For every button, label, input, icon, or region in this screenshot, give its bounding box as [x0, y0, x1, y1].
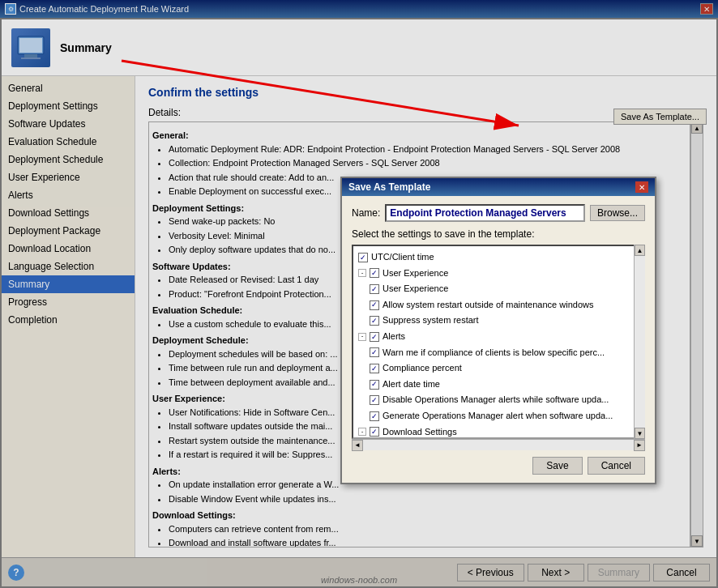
tree-item-generate-om: Generate Operations Manager alert when s…: [357, 408, 640, 424]
dialog-name-input[interactable]: [385, 204, 585, 222]
tree-item-allow-restart: Allow system restart outside of maintena…: [357, 297, 640, 313]
horiz-scroll-right-button[interactable]: ►: [634, 440, 645, 451]
tree-scrollbar-horiz: ◄ ►: [352, 439, 645, 450]
checkbox-warn[interactable]: [370, 347, 379, 357]
tree-item-warn: Warn me if compliance of clients is belo…: [357, 345, 640, 361]
dialog-browse-button[interactable]: Browse...: [590, 205, 645, 221]
tree-label-warn: Warn me if compliance of clients is belo…: [383, 346, 605, 360]
tree-label-generate-om: Generate Operations Manager alert when s…: [383, 409, 613, 424]
dialog-cancel-button[interactable]: Cancel: [588, 457, 645, 475]
tree-label-suppress-restart: Suppress system restart: [383, 313, 479, 328]
horiz-scroll-left-button[interactable]: ◄: [352, 440, 363, 451]
tree-item-download-settings: - Download Settings: [357, 424, 640, 439]
tree-item-user-exp: - User Experience: [357, 266, 640, 282]
tree-scrollbar-track-vert: [635, 256, 645, 428]
tree-scrollbar-up-button[interactable]: ▲: [635, 245, 645, 256]
dialog-title: Save As Template: [348, 181, 430, 193]
dialog-tree[interactable]: UTC/Client time - User Experience User E…: [352, 245, 645, 439]
dialog-title-bar: Save As Template ✕: [342, 178, 655, 196]
tree-item-compliance: Compliance percent: [357, 360, 640, 377]
checkbox-utc[interactable]: [358, 253, 368, 262]
dialog-name-label: Name:: [352, 207, 380, 219]
tree-scrollbar-vert: ▲ ▼: [634, 245, 645, 439]
dialog-tree-container: UTC/Client time - User Experience User E…: [352, 245, 645, 450]
tree-scrollbar-down-button[interactable]: ▼: [635, 428, 645, 439]
tree-label-user-exp: User Experience: [383, 266, 448, 281]
tree-label-utc: UTC/Client time: [371, 250, 434, 265]
dialog-body: Name: Browse... Select the settings to s…: [342, 196, 655, 483]
checkbox-disable-om[interactable]: [370, 395, 379, 405]
tree-label-allow-restart: Allow system restart outside of maintena…: [383, 298, 593, 313]
tree-expand-user-exp[interactable]: -: [358, 269, 366, 277]
dialog-name-row: Name: Browse...: [352, 204, 645, 222]
tree-label-alert-datetime: Alert date time: [383, 377, 440, 392]
save-as-template-dialog: Save As Template ✕ Name: Browse... Selec…: [340, 177, 656, 484]
checkbox-generate-om[interactable]: [370, 411, 379, 421]
tree-item-alert-datetime: Alert date time: [357, 377, 640, 393]
checkbox-compliance[interactable]: [370, 364, 379, 373]
dialog-footer-buttons: Save Cancel: [352, 457, 645, 475]
checkbox-allow-restart[interactable]: [370, 300, 379, 310]
checkbox-alerts[interactable]: [370, 332, 379, 342]
dialog-save-button[interactable]: Save: [532, 457, 582, 475]
checkbox-suppress-restart[interactable]: [370, 316, 379, 326]
checkbox-download-settings[interactable]: [370, 427, 379, 437]
dialog-overlay: Save As Template ✕ Name: Browse... Selec…: [0, 0, 718, 588]
tree-label-user-exp-child: User Experience: [383, 282, 448, 296]
tree-expand-download-settings[interactable]: -: [358, 428, 366, 436]
checkbox-user-exp[interactable]: [370, 268, 379, 278]
dialog-close-button[interactable]: ✕: [635, 181, 648, 193]
tree-item-utc: UTC/Client time: [357, 249, 640, 266]
checkbox-alert-datetime[interactable]: [370, 380, 379, 390]
tree-item-disable-om: Disable Operations Manager alerts while …: [357, 392, 640, 408]
checkbox-user-exp-child[interactable]: [370, 284, 379, 294]
dialog-desc: Select the settings to save in the templ…: [352, 228, 645, 240]
tree-item-suppress-restart: Suppress system restart: [357, 313, 640, 329]
horiz-scrollbar-track: [363, 440, 634, 450]
tree-expand-alerts[interactable]: -: [358, 333, 366, 341]
tree-label-download-settings: Download Settings: [383, 425, 457, 439]
tree-label-alerts: Alerts: [383, 330, 405, 344]
tree-label-disable-om: Disable Operations Manager alerts while …: [383, 393, 609, 407]
tree-item-alerts: - Alerts: [357, 329, 640, 345]
tree-label-compliance: Compliance percent: [383, 361, 462, 376]
tree-item-user-exp-child: User Experience: [357, 281, 640, 297]
